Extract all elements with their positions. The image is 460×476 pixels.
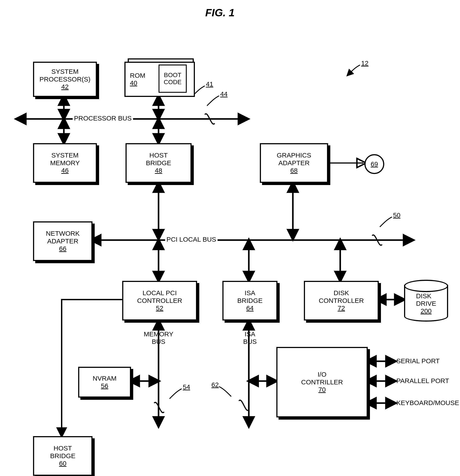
host-bridge2-block: HOST BRIDGE 60: [33, 436, 92, 476]
main-ref: 12: [361, 60, 368, 67]
local-pci-controller-label: LOCAL PCI CONTROLLER: [137, 289, 182, 304]
rom-back-ref: 41: [206, 80, 213, 88]
keyboard-mouse-label: KEYBOARD/MOUSE: [396, 399, 459, 407]
pci-local-bus-ref: 50: [393, 212, 400, 219]
io-controller-ref: 70: [318, 386, 326, 394]
isa-bus-label: ISA BUS: [240, 330, 260, 345]
host-bridge2-label: HOST BRIDGE: [50, 444, 75, 460]
disk-drive-ref: 200: [421, 307, 432, 315]
rom-ref: 40: [130, 79, 137, 87]
local-pci-controller-ref: 52: [156, 304, 163, 312]
io-controller-block: I/O CONTRILLER 70: [276, 347, 368, 417]
network-adapter-block: NETWORK ADAPTER 66: [33, 221, 92, 261]
rom-label: ROM: [130, 72, 145, 79]
system-memory-label: SYSTEM MEMORY: [50, 152, 80, 167]
isa-bridge-label: ISA BRIDGE: [237, 289, 262, 304]
disk-drive-block: DISK DRIVE 200: [404, 280, 448, 322]
boot-code-label: BOOT CODE: [164, 72, 182, 86]
processor-bus-label: PROCESSOR BUS: [73, 115, 133, 122]
local-pci-controller-block: LOCAL PCI CONTROLLER 52: [122, 281, 197, 321]
system-processors-ref: 42: [61, 83, 68, 91]
memory-bus-ref: 54: [183, 383, 190, 391]
system-processors-label: SYSTEM PROCESSOR(S): [39, 68, 91, 83]
system-processors-block: SYSTEM PROCESSOR(S) 42: [33, 62, 97, 97]
isa-bridge-ref: 64: [246, 304, 253, 312]
display-ref: 69: [371, 160, 378, 168]
isa-bridge-block: ISA BRIDGE 64: [222, 281, 277, 321]
disk-drive-label: DISK DRIVE: [416, 292, 436, 307]
display-circle: 69: [364, 154, 384, 174]
diagram-stage: FIG. 1: [0, 0, 460, 476]
host-bridge-ref: 48: [155, 167, 162, 174]
host-bridge-block: HOST BRIDGE 48: [125, 143, 192, 183]
io-controller-label: I/O CONTRILLER: [301, 371, 343, 386]
serial-port-label: SERIAL PORT: [396, 357, 440, 365]
host-bridge2-ref: 60: [59, 460, 66, 468]
graphics-adapter-label: GRAPHICS ADAPTER: [277, 152, 311, 167]
nvram-label: NVRAM: [93, 375, 117, 382]
boot-code-block: BOOT CODE: [159, 65, 187, 93]
memory-bus-label: MEMORY BUS: [136, 330, 181, 345]
nvram-block: NVRAM 56: [78, 367, 131, 398]
processor-bus-ref: 44: [220, 90, 227, 98]
graphics-adapter-block: GRAPHICS ADAPTER 68: [260, 143, 328, 183]
system-memory-ref: 46: [61, 167, 68, 174]
nvram-ref: 56: [101, 382, 108, 390]
isa-bus-ref: 62: [211, 381, 219, 389]
disk-controller-ref: 72: [338, 304, 345, 312]
pci-local-bus-label: PCI LOCAL BUS: [165, 236, 217, 243]
disk-controller-label: DISK CONTROLLER: [319, 289, 364, 304]
system-memory-block: SYSTEM MEMORY 46: [33, 143, 97, 183]
parallel-port-label: PARALLEL PORT: [396, 377, 449, 385]
disk-controller-block: DISK CONTROLLER 72: [304, 281, 379, 321]
graphics-adapter-ref: 68: [290, 167, 298, 174]
network-adapter-ref: 66: [59, 245, 66, 253]
host-bridge-label: HOST BRIDGE: [146, 152, 171, 167]
network-adapter-label: NETWORK ADAPTER: [46, 230, 79, 245]
